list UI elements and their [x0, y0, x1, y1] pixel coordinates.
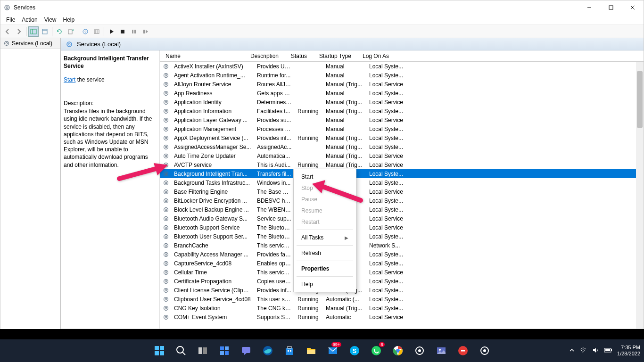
- ctx-all-tasks[interactable]: All Tasks▶: [294, 232, 356, 243]
- service-row[interactable]: Agent Activation Runtime_...Runtime for.…: [160, 71, 644, 80]
- column-status[interactable]: Status: [288, 53, 316, 59]
- service-row[interactable]: Capability Access Manager ...Provides fa…: [160, 250, 644, 259]
- refresh-button[interactable]: [54, 26, 65, 37]
- service-row[interactable]: Client License Service (ClipS...Provides…: [160, 286, 644, 295]
- service-row[interactable]: App ReadinessGets apps re...ManualLocal …: [160, 89, 644, 98]
- start-service-button[interactable]: [106, 26, 116, 37]
- chrome-icon[interactable]: [388, 341, 407, 360]
- taskbar: 99+ S 8 7:35 PM 1/28/2022: [0, 339, 644, 362]
- clock[interactable]: 7:35 PM 1/28/2022: [617, 345, 640, 357]
- tree-services-local[interactable]: Services (Local): [0, 38, 60, 49]
- properties-button[interactable]: [40, 26, 50, 37]
- wifi-icon[interactable]: [579, 346, 587, 355]
- menu-file[interactable]: File: [6, 16, 15, 23]
- service-name-cell: App Readiness: [171, 90, 254, 97]
- service-row[interactable]: COM+ Event SystemSupports Sy...RunningAu…: [160, 313, 644, 321]
- service-row[interactable]: Auto Time Zone UpdaterAutomatica...Manua…: [160, 151, 644, 160]
- svg-point-41: [165, 137, 167, 139]
- search-icon[interactable]: [172, 341, 190, 360]
- volume-icon[interactable]: [592, 346, 599, 355]
- scrollbar-thumb[interactable]: [637, 71, 643, 128]
- task-view-icon[interactable]: [193, 341, 212, 360]
- service-status-cell: Running: [295, 314, 323, 321]
- list-body[interactable]: ActiveX Installer (AxInstSV)Provides Us.…: [160, 62, 644, 329]
- service-row[interactable]: Application IdentityDetermines ...Manual…: [160, 98, 644, 107]
- service-row[interactable]: Base Filtering EngineThe Base Fil...Loca…: [160, 187, 644, 196]
- start-button[interactable]: [150, 341, 169, 360]
- service-logon-cell: Local Syste...: [366, 233, 409, 240]
- menu-view[interactable]: View: [44, 16, 57, 23]
- close-button[interactable]: [622, 0, 644, 15]
- pause-service-button[interactable]: [129, 26, 139, 37]
- service-row[interactable]: Application InformationFacilitates t...R…: [160, 107, 644, 115]
- service-row[interactable]: AVCTP serviceThis is Audi...RunningManua…: [160, 160, 644, 169]
- service-row[interactable]: Bluetooth User Support Ser...The Bluetoo…: [160, 232, 644, 241]
- stop-service-button[interactable]: [117, 26, 128, 37]
- service-row[interactable]: ActiveX Installer (AxInstSV)Provides Us.…: [160, 62, 644, 71]
- svg-point-30: [164, 91, 168, 95]
- service-row[interactable]: Block Level Backup Engine ...The WBENG..…: [160, 205, 644, 214]
- show-hide-tree-button[interactable]: [28, 26, 39, 37]
- start-service-link[interactable]: Start: [64, 76, 75, 83]
- whatsapp-icon[interactable]: 8: [367, 341, 386, 360]
- column-name[interactable]: Name⌃: [163, 53, 248, 59]
- service-row[interactable]: Cellular TimeThis service ...Local Servi…: [160, 268, 644, 277]
- maximize-button[interactable]: [600, 0, 622, 15]
- column-log-on-as[interactable]: Log On As: [360, 53, 402, 59]
- edge-icon[interactable]: [258, 341, 277, 360]
- mail-icon[interactable]: 99+: [323, 341, 342, 360]
- service-row[interactable]: Bluetooth Audio Gateway S...Service sup.…: [160, 214, 644, 223]
- column-description[interactable]: Description: [248, 53, 288, 59]
- battery-icon[interactable]: [604, 347, 612, 354]
- restart-service-button[interactable]: [140, 26, 150, 37]
- skype-icon[interactable]: S: [345, 341, 364, 360]
- menu-action[interactable]: Action: [22, 16, 37, 23]
- service-row[interactable]: Application Layer Gateway ...Provides su…: [160, 115, 644, 124]
- back-button[interactable]: [2, 26, 13, 37]
- mail-badge: 99+: [331, 342, 341, 347]
- service-row[interactable]: Bluetooth Support ServiceThe Bluetoo...L…: [160, 223, 644, 232]
- pictures-icon[interactable]: [432, 341, 451, 360]
- svg-rect-16: [121, 30, 124, 33]
- service-desc-cell: The WBENG...: [254, 206, 295, 213]
- service-row[interactable]: BranchCacheThis service ...Network S...: [160, 241, 644, 250]
- forward-button[interactable]: [14, 26, 24, 37]
- service-row[interactable]: Certificate PropagationCopies user ...Lo…: [160, 277, 644, 286]
- service-row[interactable]: Background Tasks Infrastruc...Windows in…: [160, 178, 644, 187]
- gear-app-icon[interactable]: [475, 341, 494, 360]
- ctx-refresh[interactable]: Refresh: [294, 247, 356, 259]
- app-icon-red[interactable]: [454, 341, 472, 360]
- service-name-cell: ActiveX Installer (AxInstSV): [171, 63, 254, 70]
- menu-help[interactable]: Help: [63, 16, 75, 23]
- service-row[interactable]: CaptureService_4cd08Enables opti...Local…: [160, 259, 644, 268]
- store-icon[interactable]: [280, 341, 299, 360]
- file-explorer-icon[interactable]: [302, 341, 321, 360]
- vertical-scrollbar[interactable]: [636, 62, 644, 329]
- tray-chevron-icon[interactable]: [569, 347, 575, 354]
- help-button[interactable]: ?: [80, 26, 91, 37]
- ctx-help[interactable]: Help: [294, 279, 356, 290]
- service-row[interactable]: Background Intelligent Tran...Transfers …: [160, 169, 644, 178]
- minimize-button[interactable]: [578, 0, 600, 15]
- ctx-properties[interactable]: Properties: [294, 263, 356, 274]
- svg-point-80: [164, 315, 168, 319]
- service-row[interactable]: BitLocker Drive Encryption ...BDESVC hos…: [160, 196, 644, 205]
- settings-icon[interactable]: [410, 341, 429, 360]
- service-row[interactable]: AllJoyn Router ServiceRoutes AllJo...Man…: [160, 80, 644, 89]
- service-startup-cell: Manual: [323, 72, 366, 79]
- toolbar-extra-button[interactable]: [91, 26, 102, 37]
- column-startup-type[interactable]: Startup Type: [316, 53, 360, 59]
- svg-point-63: [165, 236, 167, 238]
- export-button[interactable]: [66, 26, 76, 37]
- service-logon-cell: Local Service: [366, 153, 409, 159]
- service-row[interactable]: Application ManagementProcesses in...Man…: [160, 124, 644, 133]
- svg-point-86: [177, 346, 183, 353]
- svg-point-21: [6, 42, 8, 44]
- chat-icon[interactable]: [237, 341, 256, 360]
- service-row[interactable]: AppX Deployment Service (...Provides inf…: [160, 133, 644, 142]
- service-row[interactable]: Clipboard User Service_4cd08This user se…: [160, 295, 644, 304]
- service-logon-cell: Local Syste...: [366, 171, 409, 177]
- widgets-icon[interactable]: [215, 341, 234, 360]
- service-row[interactable]: CNG Key IsolationThe CNG ke...RunningMan…: [160, 304, 644, 313]
- service-row[interactable]: AssignedAccessManager Se...AssignedAc...…: [160, 142, 644, 151]
